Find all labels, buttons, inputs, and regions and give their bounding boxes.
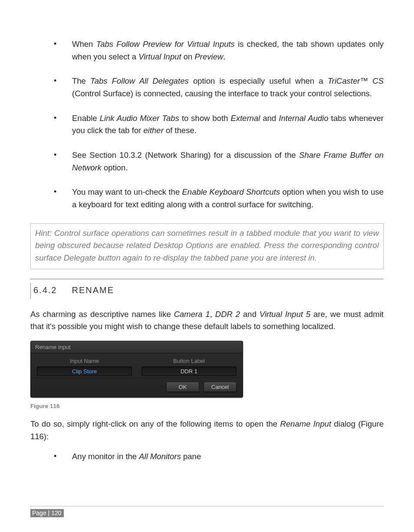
italic-term: TriCaster™ CS xyxy=(328,76,384,85)
bullet-item: Any monitor in the All Monitors pane xyxy=(49,450,384,463)
text: The xyxy=(72,76,90,85)
section-number: 6.4.2 xyxy=(33,285,57,295)
page-footer: Page | 120 xyxy=(30,506,384,517)
text: option. xyxy=(102,163,128,172)
text: Enable xyxy=(72,114,100,123)
dialog-screenshot: Rename Input Input Name Clip Store Butto… xyxy=(30,341,384,398)
text: To do so, simply right-click on any of t… xyxy=(30,419,280,428)
page-content: When Tabs Follow Preview for Virtual Inp… xyxy=(30,38,384,463)
italic-term: DDR 2 xyxy=(215,310,240,319)
instruction-paragraph: To do so, simply right-click on any of t… xyxy=(30,418,384,443)
bullet-item: You may want to un-check the Enable Keyb… xyxy=(49,186,384,211)
text: . xyxy=(223,52,225,61)
italic-term: Virtual Input 5 xyxy=(260,310,310,319)
input-name-label: Input Name xyxy=(70,358,99,364)
italic-term: Preview xyxy=(194,52,223,61)
target-bullet-list: Any monitor in the All Monitors pane xyxy=(49,450,384,463)
button-label-label: Button Label xyxy=(173,358,205,364)
italic-term: Camera 1 xyxy=(174,310,210,319)
text: on xyxy=(181,52,195,61)
input-name-column: Input Name Clip Store xyxy=(37,358,132,376)
page-number-badge: Page | 120 xyxy=(30,509,64,517)
text: and xyxy=(260,114,279,123)
italic-term: Tabs Follow Preview for Virtual Inputs xyxy=(96,39,235,49)
page-number: 120 xyxy=(51,509,61,516)
text: option is especially useful when a xyxy=(189,76,328,85)
text: and xyxy=(240,310,260,319)
bullet-item: See Section 10.3.2 (Network Sharing) for… xyxy=(49,149,384,174)
section-rule xyxy=(30,279,384,279)
text: You may want to un-check the xyxy=(72,187,182,196)
dialog-footer: OK Cancel xyxy=(31,378,243,397)
italic-term: Tabs Follow All Delegates xyxy=(90,76,189,85)
italic-term: Enable Keyboard Shortcuts xyxy=(182,187,280,196)
text: Any monitor in the xyxy=(72,452,139,461)
text: to show both xyxy=(179,114,231,123)
hint-text: Hint: Control surface operations can som… xyxy=(35,227,379,264)
button-label-field[interactable]: DDR 1 xyxy=(141,366,237,376)
italic-term: External xyxy=(231,114,260,123)
text: pane xyxy=(181,452,201,461)
italic-term: either xyxy=(144,126,164,135)
bullet-item: The Tabs Follow All Delegates option is … xyxy=(49,75,384,100)
text: (Control Surface) is connected, causing … xyxy=(72,89,372,98)
text: , xyxy=(210,310,215,319)
bullet-item: When Tabs Follow Preview for Virtual Inp… xyxy=(49,38,384,63)
italic-term: All Monitors xyxy=(139,452,181,461)
intro-paragraph: As charming as descriptive names like Ca… xyxy=(30,308,384,333)
text: of these. xyxy=(164,126,197,135)
hint-box: Hint: Control surface operations can som… xyxy=(30,223,384,269)
rename-input-dialog: Rename Input Input Name Clip Store Butto… xyxy=(30,341,243,398)
italic-term: Link Audio Mixer Tabs xyxy=(100,114,179,123)
dialog-body: Input Name Clip Store Button Label DDR 1 xyxy=(31,353,243,378)
italic-term: Internal Audio xyxy=(279,114,328,123)
italic-term: Rename Input xyxy=(280,419,332,428)
footer-rule xyxy=(30,506,384,506)
button-label-column: Button Label DDR 1 xyxy=(141,358,237,376)
text: As charming as descriptive names like xyxy=(30,310,174,319)
input-name-field[interactable]: Clip Store xyxy=(37,366,132,376)
italic-term: Virtual Input xyxy=(138,52,181,61)
ok-button[interactable]: OK xyxy=(166,382,199,392)
bullet-item: Enable Link Audio Mixer Tabs to show bot… xyxy=(49,112,384,137)
text: See Section 10.3.2 (Network Sharing) for… xyxy=(72,150,299,160)
dialog-title: Rename Input xyxy=(31,341,243,353)
text: When xyxy=(72,39,96,49)
section-title: RENAME xyxy=(72,285,114,295)
page-label: Page | xyxy=(32,509,49,516)
cancel-button[interactable]: Cancel xyxy=(204,382,237,392)
section-heading: 6.4.2 RENAME xyxy=(30,283,384,299)
figure-caption: Figure 116 xyxy=(30,403,384,409)
feature-bullet-list: When Tabs Follow Preview for Virtual Inp… xyxy=(49,38,384,211)
